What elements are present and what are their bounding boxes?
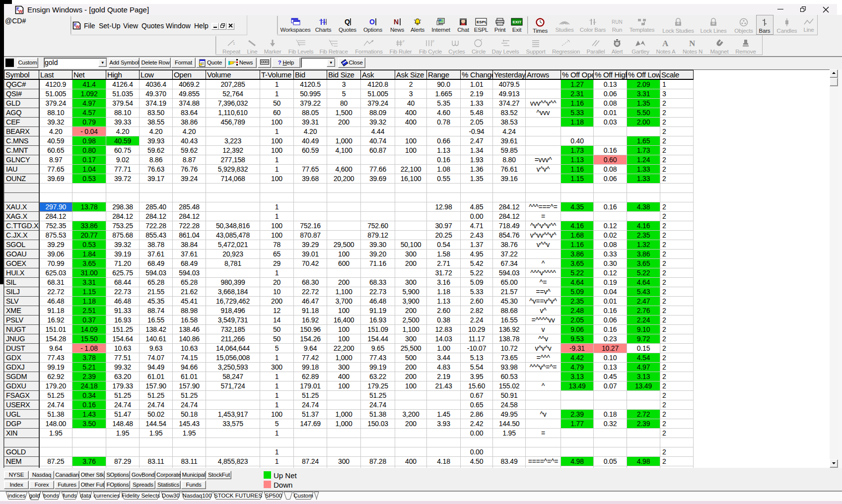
- svg-text:Custom: Custom: [293, 493, 313, 499]
- svg-text:Fidelity Selects: Fidelity Selects: [122, 493, 160, 499]
- svg-text:W: W: [18, 9, 23, 14]
- svg-text:Dow30: Dow30: [162, 493, 180, 499]
- svg-text:indices: indices: [8, 493, 26, 499]
- svg-text:data: data: [80, 493, 91, 499]
- svg-text:W: W: [76, 24, 80, 29]
- svg-text:SP500: SP500: [265, 493, 282, 499]
- svg-text:STOCK FUTURES: STOCK FUTURES: [214, 493, 262, 499]
- svg-text:currencies: currencies: [93, 493, 120, 499]
- svg-text:Nasdaq100: Nasdaq100: [183, 493, 212, 499]
- svg-text:gold: gold: [29, 493, 40, 499]
- svg-text:funds: funds: [63, 493, 76, 499]
- svg-text:bonds: bonds: [43, 493, 59, 499]
